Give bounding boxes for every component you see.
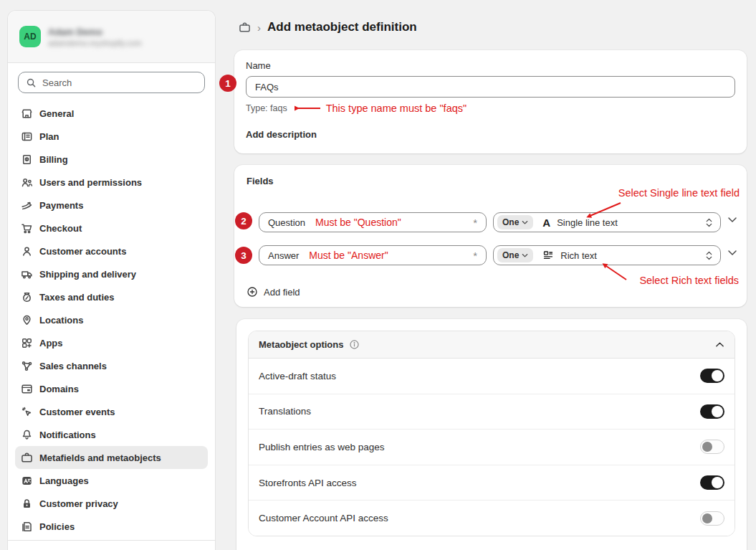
sidebar-item-billing[interactable]: Billing (15, 148, 208, 171)
sidebar-item-plan[interactable]: Plan (15, 125, 208, 148)
add-description-button[interactable]: Add description (246, 129, 317, 140)
option-row: Translations (249, 394, 735, 430)
metaobjects-icon (21, 452, 33, 464)
expand-row-icon[interactable] (727, 250, 737, 256)
type-annotation: This type name must be "faqs" (326, 103, 466, 114)
annotation-arrow-up-left (598, 260, 629, 283)
option-label: Active-draft status (259, 371, 336, 381)
sidebar-item-label: General (39, 108, 74, 119)
checkout-icon (21, 222, 33, 234)
annotation-select-rich-text: Select Rich text fields (639, 275, 739, 286)
sidebar-item-label: Taxes and duties (39, 292, 115, 303)
count-dropdown[interactable]: One (497, 248, 533, 262)
apps-icon (21, 337, 33, 349)
expand-row-icon[interactable] (727, 217, 737, 223)
sidebar-item-domains[interactable]: Domains (15, 377, 208, 400)
chevron-down-icon (522, 253, 528, 258)
sidebar-item-label: Sales channels (39, 361, 107, 371)
name-card: Name Type: faqs This type name must be "… (234, 50, 747, 153)
updown-icon (705, 250, 713, 261)
toggle-knob (712, 370, 723, 381)
sidebar-item-users-and-permissions[interactable]: Users and permissions (15, 171, 208, 194)
options-rows: Active-draft status Translations Publish… (249, 359, 735, 536)
sidebar-item-metafields-and-metaobjects[interactable]: Metafields and metaobjects (15, 446, 208, 469)
field-name-annotation: Must be "Answer" (309, 250, 388, 261)
user-block[interactable]: AD Adam Demo adamdemo.myshopify.com (8, 11, 215, 63)
search-icon (26, 77, 37, 88)
plan-icon (21, 131, 33, 143)
sidebar-item-policies[interactable]: Policies (15, 515, 208, 538)
sidebar-divider (8, 540, 215, 541)
options-outer-card: Metaobject options Active-draft status T… (236, 319, 747, 550)
sidebar-item-customer-accounts[interactable]: Customer accounts (15, 240, 208, 262)
toggle-knob (702, 442, 712, 452)
user-email: adamdemo.myshopify.com (48, 39, 142, 47)
sidebar-item-label: Apps (39, 338, 63, 349)
single-line-text-icon: A (540, 217, 550, 228)
sidebar-item-customer-privacy[interactable]: Customer privacy (15, 492, 208, 515)
rich-text-icon (540, 250, 554, 261)
option-label: Translations (259, 406, 311, 417)
sidebar-item-general[interactable]: General (15, 102, 208, 125)
sidebar-item-label: Languages (39, 475, 89, 486)
step-badge-2: 2 (235, 212, 252, 229)
option-label: Publish entries as web pages (259, 442, 385, 452)
user-name: Adam Demo (48, 27, 142, 37)
toggle-storefronts-api-access[interactable] (700, 475, 724, 490)
option-row: Active-draft status (249, 359, 735, 394)
sidebar-item-shipping-and-delivery[interactable]: Shipping and delivery (15, 262, 208, 285)
options-header[interactable]: Metaobject options (249, 331, 735, 359)
field-name-question[interactable]: Question Must be "Question" * (259, 212, 487, 232)
name-input[interactable] (246, 76, 735, 98)
field-name-annotation: Must be "Question" (315, 217, 401, 228)
sidebar-item-label: Plan (39, 131, 59, 142)
field-name-answer[interactable]: Answer Must be "Answer" * (259, 245, 487, 265)
breadcrumb: › Add metaobject definition (239, 20, 417, 34)
sidebar-item-taxes-and-duties[interactable]: Taxes and duties (15, 285, 208, 308)
sales-channels-icon (21, 360, 33, 372)
sidebar-item-sales-channels[interactable]: Sales channels (15, 354, 208, 377)
sidebar-item-label: Customer accounts (39, 246, 126, 257)
breadcrumb-separator: › (257, 22, 261, 34)
collapse-icon[interactable] (715, 341, 724, 348)
toggle-publish-entries-as-web-pages[interactable] (700, 440, 724, 454)
count-dropdown[interactable]: One (497, 215, 533, 229)
chevron-down-icon (522, 220, 528, 225)
privacy-icon (21, 498, 33, 510)
updown-icon (705, 217, 713, 228)
info-icon[interactable] (349, 339, 360, 350)
policies-icon (21, 521, 33, 533)
add-field-button[interactable]: Add field (247, 286, 300, 298)
required-mark: * (473, 217, 477, 229)
toggle-knob (712, 406, 723, 417)
sidebar-item-languages[interactable]: Languages (15, 469, 208, 492)
settings-sidebar: AD Adam Demo adamdemo.myshopify.com Gene… (7, 10, 216, 550)
field-name-value: Question (268, 217, 305, 228)
fields-title: Fields (247, 176, 274, 186)
options-title: Metaobject options (259, 339, 343, 350)
sidebar-item-label: Notifications (39, 430, 96, 440)
option-row: Publish entries as web pages (249, 429, 735, 465)
toggle-customer-account-api-access[interactable] (700, 511, 724, 526)
search-input[interactable] (42, 77, 197, 88)
search-box[interactable] (18, 72, 205, 93)
sidebar-item-customer-events[interactable]: Customer events (15, 400, 208, 423)
sidebar-item-label: Billing (39, 154, 68, 165)
toggle-translations[interactable] (700, 404, 724, 419)
sidebar-item-payments[interactable]: Payments (15, 194, 208, 217)
sidebar-item-apps[interactable]: Apps (15, 331, 208, 354)
sidebar-item-notifications[interactable]: Notifications (15, 423, 208, 446)
payments-icon (21, 199, 33, 212)
metaobject-icon[interactable] (239, 22, 251, 34)
languages-icon (21, 475, 33, 487)
toggle-active-draft-status[interactable] (700, 369, 724, 383)
option-label: Customer Account API access (259, 513, 388, 523)
toggle-knob (712, 477, 723, 488)
type-text: Type: faqs (246, 103, 287, 113)
sidebar-item-checkout[interactable]: Checkout (15, 217, 208, 240)
sidebar-nav: General Plan Billing Users and permissio… (8, 93, 215, 538)
option-row: Storefronts API access (249, 465, 735, 501)
sidebar-item-locations[interactable]: Locations (15, 308, 208, 331)
avatar: AD (19, 26, 41, 47)
sidebar-item-label: Metafields and metaobjects (39, 452, 161, 463)
